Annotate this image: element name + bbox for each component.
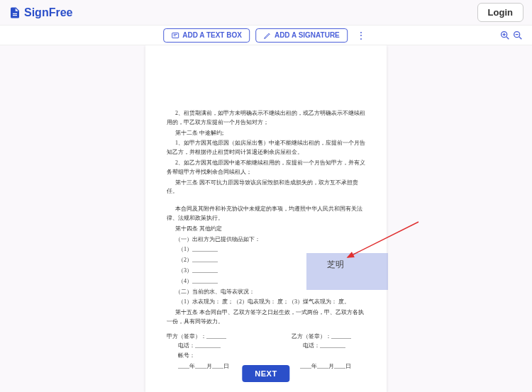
svg-line-3 <box>348 222 419 257</box>
zoom-out-icon[interactable] <box>512 30 523 41</box>
phone-b: 电话：_________ <box>303 342 365 351</box>
doc-text: 2、租赁期满前，如甲方未明确表示不继续出租的，或乙方明确表示不继续租用的，甲乙双… <box>167 109 365 128</box>
doc-text: 第十五条 本合同自甲、乙双方签字之日起生效，一式两份，甲、乙双方各执一份，具有同… <box>167 308 365 327</box>
date-b: ____年____月____日 <box>300 362 365 371</box>
add-signature-button[interactable]: ADD A SIGNATURE <box>255 28 348 43</box>
signer-a-label: 甲方（签章）：_______ <box>167 332 226 342</box>
app-name: SignFree <box>24 6 72 19</box>
add-textbox-label: ADD A TEXT BOX <box>182 31 242 39</box>
phone-a: 电话：_________ <box>167 342 221 351</box>
doc-text: 本合同及其附件和补充协议中未规定的事项，均遵照中华人民共和国有关法律、法规和政策… <box>167 205 365 223</box>
add-signature-label: ADD A SIGNATURE <box>275 31 340 39</box>
more-menu-icon[interactable]: ⋮ <box>353 30 369 41</box>
account: 帐号： <box>167 352 365 361</box>
document-canvas[interactable]: 2、租赁期满前，如甲方未明确表示不继续出租的，或乙方明确表示不继续租用的，甲乙双… <box>0 45 532 392</box>
doc-text: 1、如甲方因其他原因（如房屋出售）中途不能继续出租的，应提前一个月告知乙方，并根… <box>167 139 365 157</box>
pen-icon <box>263 31 272 40</box>
document-page[interactable]: 2、租赁期满前，如甲方未明确表示不继续出租的，或乙方明确表示不继续租用的，甲乙双… <box>145 45 387 392</box>
doc-text: （1）水表现为： 度；（2）电表现为： 度；（3）煤气表现为： 度。 <box>167 298 365 307</box>
doc-text: （一）出租方为已提供物品如下： <box>167 235 365 245</box>
zoom-in-icon[interactable] <box>499 30 511 41</box>
toolbar: ADD A TEXT BOX ADD A SIGNATURE ⋮ <box>0 26 532 45</box>
doc-text: 第十二条 中途解约; <box>167 129 365 138</box>
next-button[interactable]: NEXT <box>242 365 289 382</box>
doc-text: 2、如乙方因其他原因中途不能继续租用的，应提前一个月告知甲方，并有义务帮组甲方寻… <box>167 159 365 177</box>
doc-text: 第十三条 因不可抗力原因导致该房屋毁损和造成损失的，双方互不承担责任。 <box>167 179 365 197</box>
date-a: ____年____月____日 <box>167 362 229 371</box>
add-textbox-button[interactable]: ADD A TEXT BOX <box>163 28 250 43</box>
annotation-arrow-icon <box>337 218 422 275</box>
signer-b-label: 乙方（签章）：_______ <box>292 332 365 342</box>
textbox-icon <box>171 31 179 40</box>
app-logo: SignFree <box>9 6 72 19</box>
doc-text: 第十四条 其他约定 <box>167 225 365 234</box>
doc-icon <box>9 6 21 19</box>
login-button[interactable]: Login <box>477 3 523 22</box>
